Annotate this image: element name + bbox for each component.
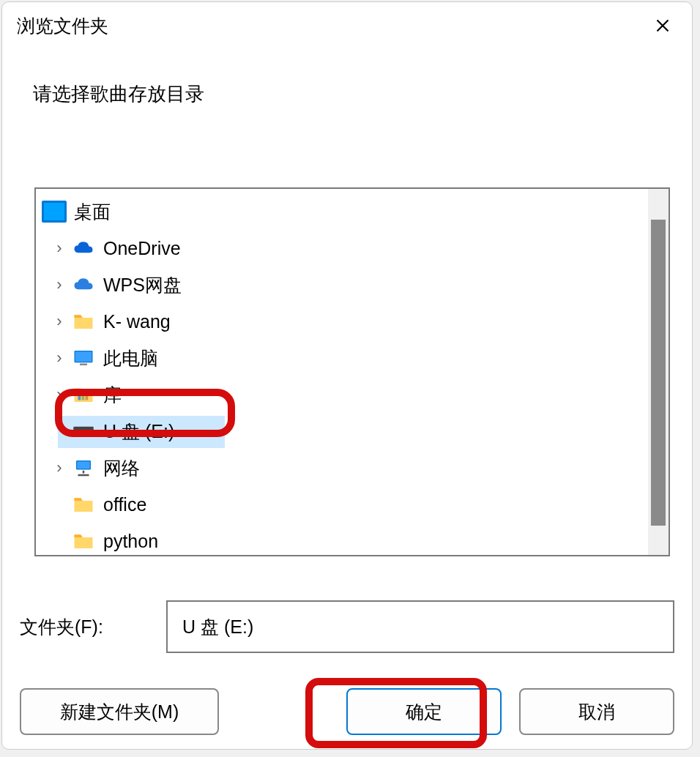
pc-icon: [71, 347, 96, 369]
tree-item-office[interactable]: › office: [36, 486, 648, 523]
folder-icon: [71, 530, 96, 552]
dialog-title: 浏览文件夹: [17, 14, 108, 38]
tree-item-onedrive[interactable]: › OneDrive: [36, 230, 648, 266]
tree-item-thispc[interactable]: › 此电脑: [36, 340, 648, 376]
tree-item-label: 网络: [103, 456, 140, 480]
cloud-icon: [71, 274, 96, 296]
titlebar: 浏览文件夹: [2, 2, 692, 49]
folder-label: 文件夹(F):: [20, 615, 166, 639]
button-row: 新建文件夹(M) 确定 取消: [20, 688, 674, 735]
tree-item-python[interactable]: › python: [36, 523, 648, 555]
svg-rect-3: [78, 394, 81, 400]
tree-item-label: python: [103, 531, 158, 552]
tree-item-label: U 盘 (E:): [103, 419, 174, 444]
tree-item-wps[interactable]: › WPS网盘: [36, 266, 648, 303]
drive-icon: [71, 420, 96, 442]
network-icon: [71, 457, 96, 479]
scrollbar[interactable]: [648, 189, 669, 555]
svg-rect-7: [75, 430, 79, 433]
tree-item-label: 此电脑: [103, 346, 158, 370]
cancel-button[interactable]: 取消: [519, 688, 674, 735]
tree-root-desktop[interactable]: 桌面: [36, 193, 648, 230]
browse-folder-dialog: 浏览文件夹 请选择歌曲存放目录 桌面 › OneDrive: [1, 1, 693, 750]
expand-icon[interactable]: ›: [52, 458, 67, 477]
tree-list[interactable]: 桌面 › OneDrive › WPS网盘 ›: [36, 189, 648, 555]
tree-item-udrive[interactable]: › U 盘 (E:): [36, 413, 648, 450]
tree-item-libraries[interactable]: › 库: [36, 376, 648, 413]
svg-rect-4: [82, 394, 85, 400]
tree-item-label: WPS网盘: [103, 273, 182, 297]
prompt-text: 请选择歌曲存放目录: [33, 81, 674, 107]
folder-icon: [71, 310, 96, 332]
tree-item-label: 桌面: [74, 200, 111, 224]
svg-rect-1: [75, 351, 92, 362]
tree-item-label: office: [103, 494, 146, 515]
folder-icon: [71, 493, 96, 515]
folder-tree: 桌面 › OneDrive › WPS网盘 ›: [34, 187, 670, 556]
folder-input[interactable]: [166, 600, 674, 653]
svg-rect-5: [86, 394, 89, 400]
svg-rect-2: [80, 364, 87, 366]
expand-icon[interactable]: ›: [52, 275, 67, 294]
expand-icon[interactable]: ›: [52, 385, 67, 404]
svg-rect-9: [77, 461, 90, 469]
cloud-icon: [71, 237, 96, 259]
desktop-icon: [42, 201, 67, 223]
dialog-content: 请选择歌曲存放目录 桌面 › OneDrive ›: [2, 49, 692, 749]
folder-field-row: 文件夹(F):: [20, 600, 674, 653]
new-folder-button[interactable]: 新建文件夹(M): [20, 688, 219, 735]
tree-item-network[interactable]: › 网络: [36, 450, 648, 486]
ok-button[interactable]: 确定: [346, 688, 502, 735]
scrollbar-thumb[interactable]: [651, 220, 666, 526]
tree-item-label: K- wang: [103, 311, 171, 332]
expand-icon[interactable]: ›: [52, 239, 67, 258]
tree-item-label: OneDrive: [103, 238, 181, 259]
expand-icon[interactable]: ›: [52, 348, 67, 368]
tree-item-kwang[interactable]: › K- wang: [36, 303, 648, 340]
close-button[interactable]: [649, 12, 676, 39]
tree-item-label: 库: [103, 383, 122, 407]
library-icon: [71, 384, 96, 406]
expand-icon[interactable]: ›: [52, 312, 67, 331]
